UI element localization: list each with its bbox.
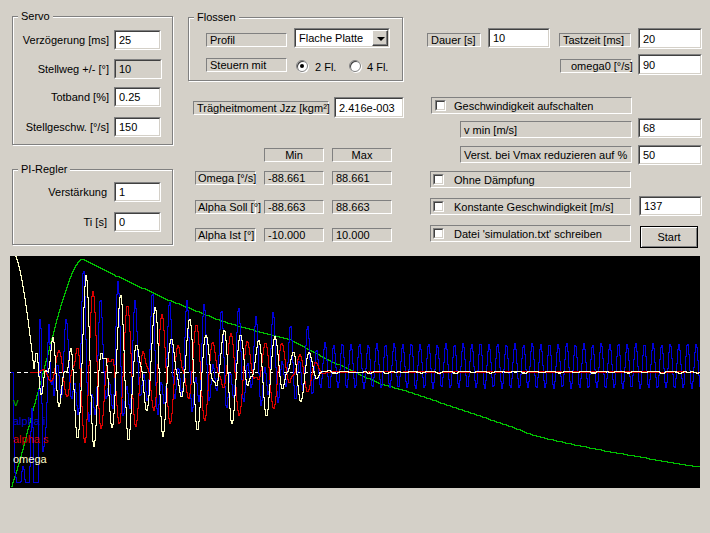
svg-text:v: v [13,396,19,408]
svg-text:omega: omega [13,453,48,465]
svg-text:alpha s: alpha s [13,433,49,445]
svg-text:alpha i: alpha i [13,415,45,427]
